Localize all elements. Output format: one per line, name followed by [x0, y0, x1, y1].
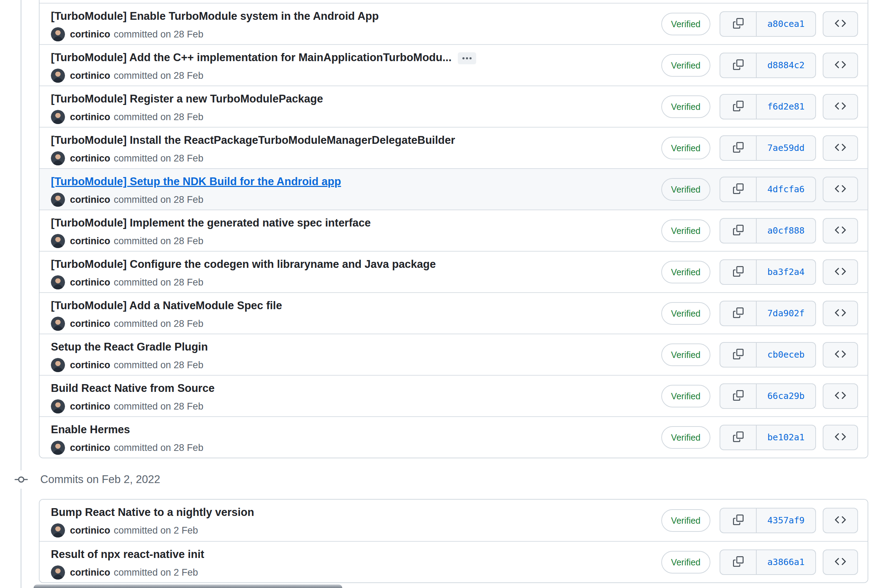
- copy-sha-button[interactable]: [720, 343, 757, 367]
- commit-sha-link[interactable]: 7ae59dd: [757, 136, 815, 160]
- browse-repo-button[interactable]: [823, 177, 858, 202]
- commit-author-link[interactable]: cortinico: [70, 236, 110, 247]
- author-avatar[interactable]: [51, 399, 65, 413]
- commit-sha-link[interactable]: 66ca29b: [757, 384, 815, 408]
- browse-repo-button[interactable]: [823, 218, 858, 243]
- author-avatar[interactable]: [51, 275, 65, 290]
- expand-commit-message-button[interactable]: [458, 52, 476, 64]
- code-icon: [835, 183, 846, 195]
- commit-sha-link[interactable]: f6d2e81: [757, 95, 815, 119]
- browse-repo-button[interactable]: [823, 508, 858, 533]
- author-avatar[interactable]: [51, 193, 65, 207]
- browse-repo-button[interactable]: [823, 94, 858, 119]
- commit-title-link[interactable]: [TurboModule] Configure the codegen with…: [51, 258, 436, 270]
- copy-sha-button[interactable]: [720, 136, 757, 160]
- commit-author-link[interactable]: cortinico: [70, 277, 110, 288]
- browse-repo-button[interactable]: [823, 549, 858, 575]
- commit-author-link[interactable]: cortinico: [70, 401, 110, 412]
- commit-author-link[interactable]: cortinico: [70, 70, 110, 81]
- author-avatar[interactable]: [51, 234, 65, 248]
- copy-sha-button[interactable]: [720, 177, 757, 201]
- copy-sha-button[interactable]: [720, 219, 757, 243]
- commit-row: Build React Native from Source cortinico…: [40, 375, 868, 416]
- commit-sha-link[interactable]: 4357af9: [757, 508, 815, 532]
- verified-badge[interactable]: Verified: [661, 551, 710, 573]
- commit-author-link[interactable]: cortinico: [70, 567, 110, 578]
- commit-title-link[interactable]: [TurboModule] Add the C++ implementation…: [51, 51, 451, 64]
- commit-title-link[interactable]: [TurboModule] Implement the generated na…: [51, 217, 370, 229]
- commit-sha-link[interactable]: be102a1: [757, 426, 815, 450]
- copy-sha-button[interactable]: [720, 260, 757, 284]
- commit-title-link[interactable]: Enable Hermes: [51, 423, 130, 436]
- verified-badge[interactable]: Verified: [661, 13, 710, 35]
- commit-author-link[interactable]: cortinico: [70, 29, 110, 40]
- verified-badge[interactable]: Verified: [661, 385, 710, 407]
- author-avatar[interactable]: [51, 27, 65, 41]
- copy-sha-button[interactable]: [720, 550, 757, 574]
- commit-author-link[interactable]: cortinico: [70, 153, 110, 164]
- author-avatar[interactable]: [51, 566, 65, 579]
- verified-badge[interactable]: Verified: [661, 426, 710, 449]
- verified-badge[interactable]: Verified: [661, 302, 710, 325]
- copy-sha-button[interactable]: [720, 384, 757, 408]
- verified-badge[interactable]: Verified: [661, 509, 710, 532]
- commit-sha-link[interactable]: a0cf888: [757, 219, 815, 243]
- commit-sha-link[interactable]: 4dfcfa6: [757, 177, 815, 201]
- copy-icon: [733, 266, 743, 278]
- commit-title-link[interactable]: Setup the React Gradle Plugin: [51, 340, 208, 353]
- commit-sha-link[interactable]: cb0eceb: [757, 343, 815, 367]
- commit-title-link[interactable]: [TurboModule] Install the ReactPackageTu…: [51, 134, 455, 146]
- copy-sha-button[interactable]: [720, 12, 757, 36]
- commit-title-link[interactable]: [TurboModule] Setup the NDK Build for th…: [51, 175, 341, 188]
- commit-sha-link[interactable]: a80cea1: [757, 12, 815, 36]
- verified-badge[interactable]: Verified: [661, 137, 710, 159]
- commit-title-link[interactable]: Bump React Native to a nightly version: [51, 506, 254, 518]
- commit-title-link[interactable]: [TurboModule] Enable TurboModule system …: [51, 10, 379, 22]
- commit-author-link[interactable]: cortinico: [70, 194, 110, 205]
- commit-author-link[interactable]: cortinico: [70, 318, 110, 329]
- commit-title-link[interactable]: [TurboModule] Register a new TurboModule…: [51, 93, 323, 105]
- commit-author-link[interactable]: cortinico: [70, 112, 110, 123]
- commit-title-link[interactable]: [TurboModule] Add a NativeModule Spec fi…: [51, 299, 282, 312]
- verified-badge[interactable]: Verified: [661, 344, 710, 366]
- commit-sha-link[interactable]: d8884c2: [757, 53, 815, 77]
- commit-author-link[interactable]: cortinico: [70, 525, 110, 536]
- commit-author-link[interactable]: cortinico: [70, 360, 110, 370]
- browse-repo-button[interactable]: [823, 52, 858, 78]
- verified-badge[interactable]: Verified: [661, 95, 710, 118]
- copy-sha-button[interactable]: [720, 508, 757, 532]
- commit-sha-link[interactable]: ba3f2a4: [757, 260, 815, 284]
- author-avatar[interactable]: [51, 69, 65, 82]
- commit-meta-text: committed on 28 Feb: [114, 153, 204, 164]
- browse-repo-button[interactable]: [823, 342, 858, 368]
- copy-sha-button[interactable]: [720, 53, 757, 77]
- commit-sha-link[interactable]: 7da902f: [757, 302, 815, 326]
- copy-sha-button[interactable]: [720, 302, 757, 326]
- copy-icon: [733, 225, 743, 236]
- commit-row: [TurboModule] Add the C++ implementation…: [40, 44, 868, 86]
- author-avatar[interactable]: [51, 441, 65, 455]
- commit-title-link[interactable]: Result of npx react-native init: [51, 548, 204, 560]
- verified-badge[interactable]: Verified: [661, 261, 710, 284]
- browse-repo-button[interactable]: [823, 135, 858, 161]
- verified-badge[interactable]: Verified: [661, 54, 710, 76]
- author-avatar[interactable]: [51, 524, 65, 537]
- browse-repo-button[interactable]: [823, 11, 858, 37]
- verified-badge[interactable]: Verified: [661, 178, 710, 201]
- author-avatar[interactable]: [51, 151, 65, 165]
- author-avatar[interactable]: [51, 316, 65, 331]
- verified-badge[interactable]: Verified: [661, 219, 710, 242]
- browse-repo-button[interactable]: [823, 301, 858, 326]
- copy-sha-button[interactable]: [720, 426, 757, 450]
- commit-sha-link[interactable]: a3866a1: [757, 550, 815, 574]
- browse-repo-button[interactable]: [823, 383, 858, 409]
- browse-repo-button[interactable]: [823, 425, 858, 450]
- copy-icon: [733, 18, 743, 30]
- copy-sha-button[interactable]: [720, 95, 757, 119]
- browse-repo-button[interactable]: [823, 260, 858, 285]
- commit-title-link[interactable]: Build React Native from Source: [51, 382, 214, 394]
- commit-author-link[interactable]: cortinico: [70, 442, 110, 453]
- author-avatar[interactable]: [51, 358, 65, 372]
- sha-button-group: 7ae59dd: [719, 135, 816, 161]
- author-avatar[interactable]: [51, 110, 65, 124]
